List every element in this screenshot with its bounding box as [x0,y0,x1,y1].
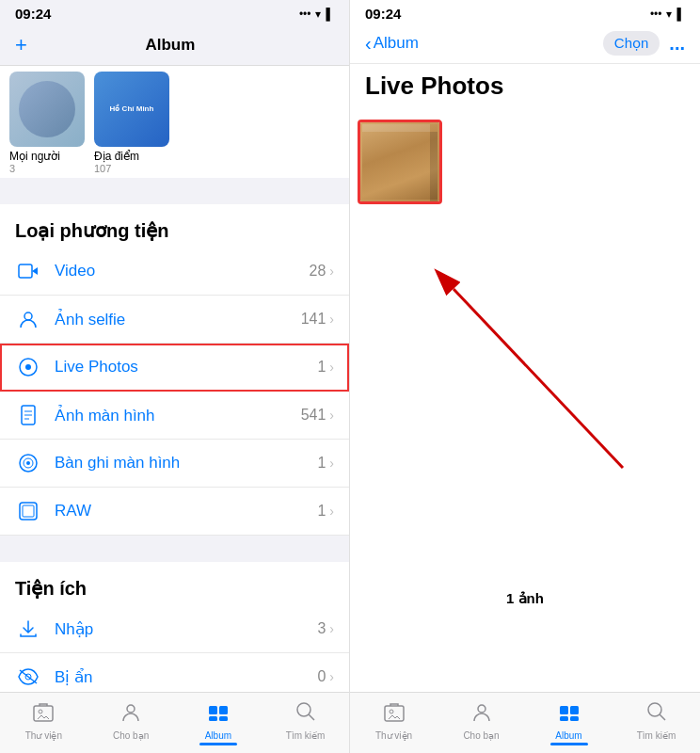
battery-icon: ▌ [326,8,334,21]
foryou-tab-icon-right [470,700,493,729]
selfie-item[interactable]: Ảnh selfie 141 › [0,296,349,344]
foryou-tab-label: Cho bạn [113,730,149,741]
photo-count-label: 1 ảnh [506,590,544,606]
right-page-title: Live Photos [350,64,700,112]
places-thumb-inner: Hồ Chí Minh [94,72,169,147]
svg-rect-23 [209,716,217,721]
import-icon [15,616,41,642]
svg-line-26 [309,714,314,720]
svg-point-20 [127,705,135,713]
people-thumb-inner [9,72,85,147]
svg-rect-29 [385,706,404,721]
wifi-icon: ▾ [315,8,321,21]
library-tab-icon [32,700,55,729]
svg-point-11 [26,461,30,465]
svg-rect-32 [560,706,568,714]
hidden-icon [15,664,41,690]
hidden-item[interactable]: Bị ẩn 0 › [0,653,349,692]
signal-icon: ••• [299,8,311,21]
screenshot-count: 541 [301,407,326,424]
people-album-count: 3 [9,163,85,174]
album-tab-label: Album [205,730,231,741]
tab-search-left[interactable]: Tìm kiếm [262,700,349,749]
places-album-count: 107 [94,163,169,174]
selfie-label: Ảnh selfie [55,310,301,329]
right-signal-icon: ••• [650,8,662,21]
svg-rect-18 [34,706,53,721]
screen-recording-item[interactable]: Bàn ghi màn hình 1 › [0,440,349,488]
raw-count: 1 [317,503,326,520]
active-tab-indicator [199,743,237,745]
live-photo-thumb[interactable] [358,120,442,204]
utility-section-header: Tiện ích [0,562,349,605]
import-chevron: › [329,621,334,636]
svg-point-30 [390,710,393,713]
right-tab-bar: Thư viện Cho bạn Album [350,692,700,753]
search-tab-icon-right [645,700,668,729]
svg-rect-21 [209,706,217,714]
svg-rect-13 [23,505,34,517]
places-album[interactable]: Hồ Chí Minh Địa điểm 107 [94,72,169,174]
photo-grid [350,112,700,212]
tab-library-right[interactable]: Thư viện [350,700,438,749]
right-header: ‹ Album Chọn ... [350,24,700,64]
people-album[interactable]: Mọi người 3 [9,72,85,174]
places-album-label: Địa điểm [94,150,169,163]
video-count: 28 [310,263,326,280]
right-time: 09:24 [365,6,401,22]
search-tab-label: Tìm kiếm [286,730,326,741]
screen-recording-label: Bàn ghi màn hình [55,454,317,473]
add-album-button[interactable]: + [15,33,27,57]
right-panel: 09:24 ••• ▾ ▌ ‹ Album Chọn ... Live Phot… [350,0,700,753]
album-tab-icon [207,700,230,729]
screenshot-chevron: › [329,408,334,423]
library-tab-icon-right [383,700,406,729]
back-button[interactable]: ‹ Album [365,33,419,55]
left-header-title: Album [145,36,195,55]
import-item[interactable]: Nhập 3 › [0,605,349,653]
video-label: Video [55,262,310,280]
left-panel: 09:24 ••• ▾ ▌ + Album Mọi người 3 [0,0,350,753]
import-label: Nhập [55,619,317,639]
left-time: 09:24 [15,6,51,22]
svg-line-28 [453,289,623,468]
top-albums-row: Mọi người 3 Hồ Chí Minh Địa điểm 107 [0,66,349,178]
search-label-right: Tìm kiếm [637,730,676,741]
video-item[interactable]: Video 28 › [0,248,349,296]
svg-rect-22 [219,706,228,714]
right-status-icons: ••• ▾ ▌ [650,8,685,21]
tab-album-left[interactable]: Album [175,700,262,749]
people-album-thumb [9,72,85,147]
left-status-icons: ••• ▾ ▌ [299,8,334,21]
avatar [19,81,75,137]
selfie-icon [15,306,41,332]
live-photos-item[interactable]: Live Photos 1 › [0,344,349,392]
tab-search-right[interactable]: Tìm kiếm [612,700,700,749]
chon-button[interactable]: Chọn [603,31,660,56]
section-gap-1 [0,178,349,204]
people-album-label: Mọi người [9,150,85,163]
hidden-count: 0 [317,668,326,685]
more-button[interactable]: ... [669,33,685,55]
library-label-right: Thư viện [375,730,412,741]
raw-item[interactable]: RAW 1 › [0,488,349,536]
tab-foryou-left[interactable]: Cho bạn [88,700,175,749]
album-tab-icon-right [558,700,581,729]
svg-rect-0 [19,264,32,278]
svg-point-31 [478,705,485,713]
hidden-chevron: › [329,669,334,684]
tab-album-right[interactable]: Album [525,700,612,749]
album-label-right: Album [555,730,581,741]
screenshot-item[interactable]: Ảnh màn hình 541 › [0,392,349,440]
svg-rect-24 [219,716,228,721]
right-wifi-icon: ▾ [666,8,672,21]
tab-foryou-right[interactable]: Cho bạn [438,700,525,749]
svg-line-37 [660,714,665,720]
svg-point-36 [648,703,661,716]
foryou-tab-icon [119,700,142,729]
photo-thumb-inner [360,122,439,201]
svg-point-4 [25,364,31,370]
tab-library-left[interactable]: Thư viện [0,700,88,749]
live-photos-chevron: › [329,360,334,375]
active-tab-indicator-right [550,743,588,745]
